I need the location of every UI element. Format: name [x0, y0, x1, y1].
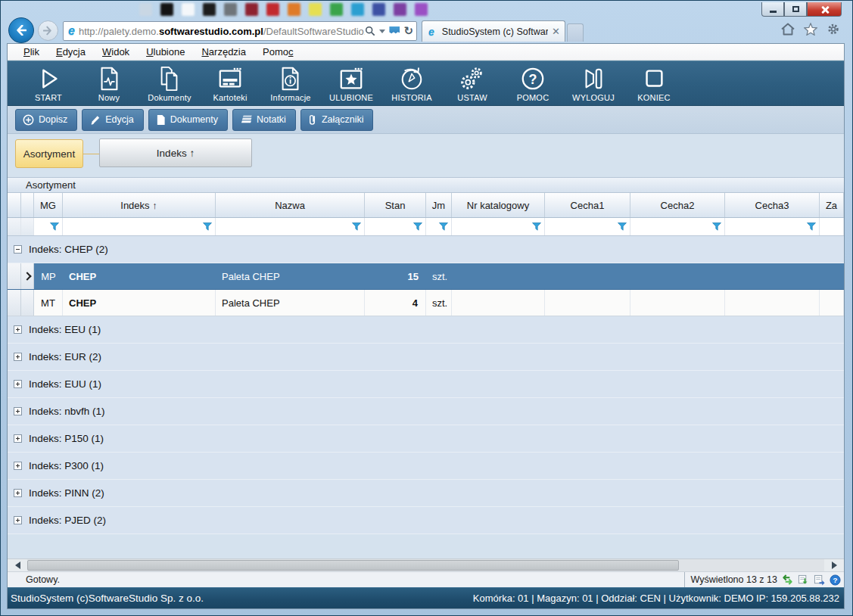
scroll-left-button[interactable] [8, 559, 27, 571]
filter-funnel-icon[interactable] [50, 222, 59, 231]
cell-jm[interactable]: szt. [426, 263, 452, 289]
dopisz-button[interactable]: Dopisz [15, 109, 77, 131]
cell-cecha3[interactable] [725, 290, 820, 316]
table-row[interactable]: MT CHEP Paleta CHEP 4 szt. [8, 290, 844, 316]
zalaczniki-button[interactable]: Załączniki [300, 109, 374, 131]
search-icon[interactable] [365, 26, 375, 36]
settings-gear-icon[interactable] [827, 23, 840, 36]
refresh-icon[interactable]: ↻ [403, 24, 413, 38]
expand-icon[interactable] [14, 407, 22, 415]
new-tab-button[interactable] [567, 23, 584, 42]
maximize-button[interactable] [784, 2, 807, 17]
group-row-pinn[interactable]: Indeks: PINN (2) [8, 480, 844, 507]
menu-widok[interactable]: Widok [94, 45, 138, 59]
expand-icon[interactable] [14, 380, 22, 388]
filter-funnel-icon[interactable] [532, 222, 541, 231]
toolbar-ulubione[interactable]: ULUBIONE [321, 64, 381, 104]
group-row-nbvfh[interactable]: Indeks: nbvfh (1) [8, 398, 844, 425]
cell-indeks[interactable]: CHEP [63, 263, 216, 289]
filter-nazwa[interactable] [216, 218, 365, 235]
group-row-eur[interactable]: Indeks: EUR (2) [8, 344, 844, 371]
tab-close-icon[interactable]: ✕ [552, 26, 560, 37]
toolbar-pomoc[interactable]: ? POMOC [503, 64, 563, 104]
cell-cecha1[interactable] [545, 263, 630, 289]
filter-za[interactable] [820, 218, 844, 235]
header-nazwa[interactable]: Nazwa [216, 193, 365, 217]
cell-cecha2[interactable] [630, 290, 725, 316]
menu-ulubione[interactable]: Ulubione [138, 45, 193, 59]
export-forward-icon[interactable] [813, 574, 825, 586]
url-text[interactable]: http://palety.demo.softwarestudio.com.pl… [79, 26, 366, 37]
toolbar-historia[interactable]: HISTORIA [381, 64, 442, 104]
group-by-chip[interactable]: Asortyment [15, 139, 83, 168]
favorites-star-icon[interactable] [804, 23, 817, 36]
menu-edycja[interactable]: Edycja [48, 45, 94, 59]
table-row-selected[interactable]: MP CHEP Paleta CHEP 15 szt. [8, 263, 844, 290]
notatki-button[interactable]: Notatki [232, 109, 296, 131]
cell-cecha2[interactable] [630, 263, 725, 289]
help-icon[interactable]: ? [829, 574, 841, 586]
cell-cecha3[interactable] [725, 263, 820, 289]
header-cecha2[interactable]: Cecha2 [630, 193, 725, 217]
filter-funnel-icon[interactable] [712, 222, 721, 231]
address-bar[interactable]: e http://palety.demo.softwarestudio.com.… [63, 21, 417, 41]
cell-za[interactable] [820, 290, 844, 316]
filter-funnel-icon[interactable] [618, 222, 627, 231]
forward-button[interactable] [38, 20, 58, 41]
menu-narzedzia[interactable]: Narzędzia [193, 45, 254, 59]
sort-column-chip[interactable]: Indeks ↑ [99, 138, 252, 167]
filter-mg[interactable] [34, 218, 63, 235]
expand-icon[interactable] [14, 434, 22, 443]
chevron-down-icon[interactable] [379, 30, 385, 33]
cell-stan[interactable]: 4 [365, 290, 426, 316]
cell-za[interactable] [820, 263, 844, 289]
cell-nazwa[interactable]: Paleta CHEP [216, 290, 365, 316]
cell-nr-katalogowy[interactable] [452, 290, 545, 316]
expand-icon[interactable] [14, 325, 22, 334]
filter-cecha2[interactable] [630, 218, 725, 235]
header-za[interactable]: Za [820, 193, 844, 217]
toolbar-start[interactable]: START [18, 64, 79, 104]
export-download-icon[interactable] [797, 574, 809, 586]
filter-stan[interactable] [365, 218, 426, 235]
filter-funnel-icon[interactable] [807, 222, 816, 231]
toolbar-nowy[interactable]: Nowy [79, 64, 139, 104]
scrollbar-track[interactable] [27, 559, 824, 571]
close-button[interactable] [807, 2, 842, 17]
header-indeks[interactable]: Indeks ↑ [63, 193, 216, 217]
cell-cecha1[interactable] [545, 290, 630, 316]
header-mg[interactable]: MG [34, 193, 63, 217]
filter-funnel-icon[interactable] [439, 222, 448, 231]
header-jm[interactable]: Jm [426, 193, 452, 217]
toolbar-dokumenty[interactable]: Dokumenty [139, 64, 200, 104]
compatibility-view-icon[interactable] [389, 26, 400, 36]
horizontal-scrollbar[interactable] [8, 558, 844, 571]
filter-indeks[interactable] [63, 218, 216, 235]
filter-cecha1[interactable] [545, 218, 630, 235]
group-row-chep[interactable]: Indeks: CHEP (2) [8, 236, 844, 263]
cell-indeks[interactable]: CHEP [63, 290, 216, 316]
edycja-button[interactable]: Edycja [82, 109, 144, 131]
filter-funnel-icon[interactable] [203, 222, 212, 231]
cell-nazwa[interactable]: Paleta CHEP [216, 263, 365, 289]
toolbar-ustaw[interactable]: USTAW [442, 64, 503, 104]
group-row-pjed[interactable]: Indeks: PJED (2) [8, 507, 844, 534]
home-icon[interactable] [781, 23, 795, 36]
collapse-icon[interactable] [14, 245, 22, 254]
filter-nr-katalogowy[interactable] [452, 218, 545, 235]
cell-jm[interactable]: szt. [426, 290, 452, 316]
expand-icon[interactable] [14, 462, 22, 470]
cell-mg[interactable]: MT [34, 290, 63, 316]
group-row-eeu[interactable]: Indeks: EEU (1) [8, 316, 844, 344]
header-stan[interactable]: Stan [365, 193, 426, 217]
header-cecha1[interactable]: Cecha1 [545, 193, 630, 217]
back-button[interactable] [8, 17, 34, 43]
toolbar-kartoteki[interactable]: Kartoteki [200, 64, 260, 104]
cell-mg[interactable]: MP [34, 263, 63, 289]
header-nr-katalogowy[interactable]: Nr katalogowy [452, 193, 545, 217]
filter-cecha3[interactable] [725, 218, 820, 235]
expand-icon[interactable] [14, 516, 22, 524]
dokumenty-button[interactable]: Dokumenty [148, 109, 228, 131]
filter-funnel-icon[interactable] [352, 222, 361, 231]
menu-pomoc[interactable]: Pomoc [254, 45, 301, 59]
